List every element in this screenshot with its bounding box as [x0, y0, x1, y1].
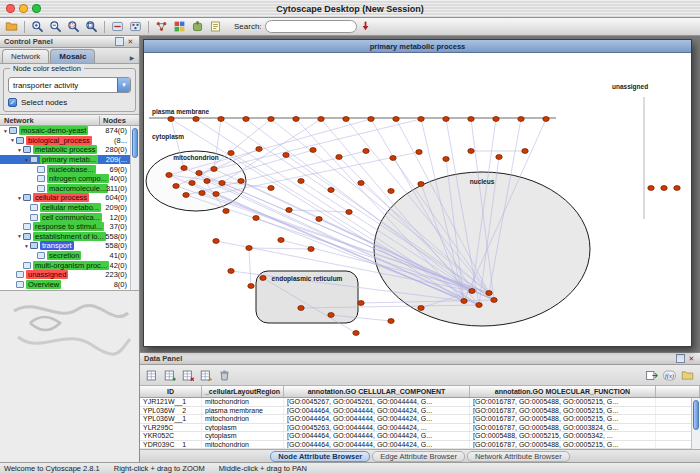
tree-item-cellular-process[interactable]: cellular process604(0) — [0, 193, 130, 203]
network-node[interactable] — [648, 186, 654, 191]
float-panel-icon[interactable] — [676, 354, 685, 363]
network-node[interactable] — [418, 117, 424, 122]
network-node[interactable] — [168, 117, 174, 122]
network-node[interactable] — [443, 117, 449, 122]
network-node[interactable] — [228, 269, 234, 274]
network-node[interactable] — [363, 149, 369, 154]
network-node[interactable] — [293, 117, 299, 122]
network-window[interactable]: primary metabolic process plasma membran… — [143, 39, 692, 347]
network-node[interactable] — [468, 117, 474, 122]
network-node[interactable] — [443, 157, 449, 162]
expand-triangle-icon[interactable] — [16, 195, 23, 201]
tree-item-macromolecule[interactable]: macromolecule...311(0) — [0, 184, 130, 194]
close-panel-icon[interactable] — [126, 37, 135, 46]
network-node[interactable] — [493, 117, 499, 122]
expand-triangle-icon[interactable] — [16, 233, 23, 239]
zoom-out-icon[interactable] — [47, 19, 64, 34]
select-nodes-checkbox[interactable] — [8, 98, 17, 107]
zoom-fit-icon[interactable] — [83, 19, 100, 34]
table-row[interactable]: YJR121W__1mitochondrion[GO:0045267, GO:0… — [140, 398, 700, 407]
tab-node-attribute-browser[interactable]: Node Attribute Browser — [270, 451, 370, 462]
network-node[interactable] — [243, 117, 249, 122]
open-attribute-file-icon[interactable] — [679, 368, 696, 383]
network-node[interactable] — [469, 289, 475, 294]
column-nodes[interactable]: Nodes — [99, 116, 139, 125]
network-node[interactable] — [211, 167, 217, 172]
network-node[interactable] — [393, 117, 399, 122]
network-node[interactable] — [256, 147, 262, 152]
tree-item-cellular-metabo[interactable]: cellular metabo...209(0) — [0, 203, 130, 213]
zoom-in-icon[interactable] — [29, 19, 46, 34]
tab-network-attribute-browser[interactable]: Network Attribute Browser — [467, 451, 570, 462]
table-scrollbar-thumb[interactable] — [693, 400, 699, 430]
network-node[interactable] — [388, 189, 394, 194]
import-network-icon[interactable] — [153, 19, 170, 34]
network-node[interactable] — [238, 179, 244, 184]
tab-network[interactable]: Network — [2, 49, 49, 63]
network-node[interactable] — [193, 117, 199, 122]
network-node[interactable] — [308, 247, 314, 252]
network-node[interactable] — [476, 303, 482, 308]
network-node[interactable] — [199, 191, 205, 196]
tab-edge-attribute-browser[interactable]: Edge Attribute Browser — [372, 451, 465, 462]
column-header-id[interactable]: ID — [140, 386, 202, 397]
import-table-icon[interactable] — [643, 368, 660, 383]
table-row[interactable]: YPL036W__1mitochondrion[GO:0044464, GO:0… — [140, 415, 700, 424]
network-node[interactable] — [223, 209, 229, 214]
network-node[interactable] — [260, 276, 266, 281]
network-node[interactable] — [166, 173, 172, 178]
tab-scroll-right-icon[interactable] — [127, 51, 137, 63]
network-node[interactable] — [219, 181, 225, 186]
column-header-annotation-go-cellular-component[interactable]: annotation.GO CELLULAR_COMPONENT — [284, 386, 470, 397]
table-row[interactable]: YKR052Ccytoplasm[GO:0044464, GO:0044444,… — [140, 432, 700, 441]
network-node[interactable] — [189, 181, 195, 186]
zoom-window-button[interactable] — [32, 4, 41, 13]
column-header-annotation-go-molecular-function[interactable]: annotation.GO MOLECULAR_FUNCTION — [470, 386, 656, 397]
hide-selected-icon[interactable] — [109, 19, 126, 34]
zoom-selected-icon[interactable] — [65, 19, 82, 34]
network-node[interactable] — [248, 284, 254, 289]
network-edge[interactable] — [249, 248, 251, 286]
tree-item-transport[interactable]: transport558(0) — [0, 241, 130, 251]
search-combobox[interactable] — [265, 20, 357, 33]
tree-item-cell-communica[interactable]: cell communica...12(0) — [0, 212, 130, 222]
network-node[interactable] — [181, 166, 187, 171]
search-input[interactable] — [266, 22, 357, 31]
network-edge[interactable] — [249, 248, 311, 249]
network-edge[interactable] — [216, 152, 419, 194]
network-node[interactable] — [418, 306, 424, 311]
expand-triangle-icon[interactable] — [23, 243, 30, 249]
network-node[interactable] — [228, 151, 234, 156]
annotation-icon[interactable] — [207, 19, 224, 34]
network-node[interactable] — [543, 117, 549, 122]
network-node[interactable] — [358, 301, 364, 306]
tree-item-overview[interactable]: Overview8(0) — [0, 280, 130, 290]
network-node[interactable] — [390, 156, 396, 161]
tree-item-nitrogen-compo[interactable]: nitrogen compo...40(0) — [0, 174, 130, 184]
plugin-manager-icon[interactable] — [189, 19, 206, 34]
column-network[interactable]: Network — [0, 116, 99, 125]
search-options-icon[interactable] — [357, 19, 374, 34]
network-node[interactable] — [196, 171, 202, 176]
close-window-button[interactable] — [6, 4, 15, 13]
table-row[interactable]: YPL036W__2plasma membrane[GO:0044464, GO… — [140, 407, 700, 416]
network-node[interactable] — [328, 313, 334, 318]
tree-item-metabolic-process[interactable]: metabolic process280(0) — [0, 145, 130, 155]
tab-mosaic[interactable]: Mosaic — [50, 49, 95, 63]
network-node[interactable] — [346, 210, 352, 215]
tree-item-primary-metab[interactable]: primary metab...209(... — [0, 155, 130, 165]
network-node[interactable] — [286, 208, 292, 213]
network-node[interactable] — [253, 216, 259, 221]
network-node[interactable] — [268, 117, 274, 122]
network-edge[interactable] — [289, 210, 349, 212]
network-node[interactable] — [674, 186, 680, 191]
network-node[interactable] — [368, 117, 374, 122]
table-row[interactable]: YDR039C__1mitochondrion[GO:0044464, GO:0… — [140, 441, 700, 450]
network-node[interactable] — [343, 117, 349, 122]
tree-item-biological-process[interactable]: biological_process(8... — [0, 136, 130, 146]
attribute-rename-icon[interactable] — [198, 368, 215, 383]
network-node[interactable] — [328, 188, 334, 193]
attribute-dropdown[interactable]: transporter activity — [8, 77, 131, 93]
tree-item-multi-organism-proc[interactable]: multi-organism proc...42(0) — [0, 260, 130, 270]
tree-scrollbar[interactable] — [130, 126, 139, 290]
